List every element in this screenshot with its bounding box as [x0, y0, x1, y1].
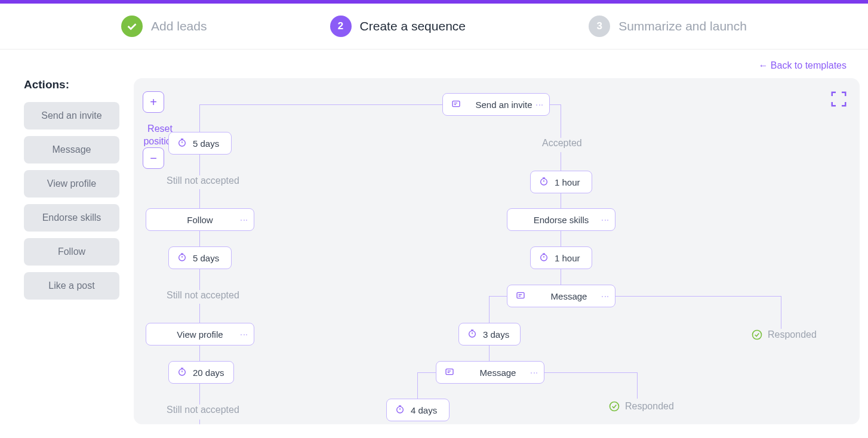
node-delay-20days[interactable]: 20 days	[168, 361, 234, 384]
timer-icon	[177, 367, 187, 378]
node-label: 20 days	[193, 368, 224, 378]
kebab-icon[interactable]: ⋮	[239, 216, 249, 223]
kebab-icon[interactable]: ⋮	[239, 331, 249, 338]
check-icon	[121, 16, 143, 37]
status-not-accepted-2: Still not accepted	[167, 290, 239, 301]
status-not-accepted-3: Still not accepted	[167, 405, 239, 415]
message-icon	[516, 291, 525, 302]
timer-icon	[539, 252, 549, 264]
svg-rect-15	[517, 292, 524, 298]
node-delay-5days-b[interactable]: 5 days	[168, 246, 232, 269]
status-not-accepted-1: Still not accepted	[167, 175, 239, 186]
stepper: Add leads 2 Create a sequence 3 Summariz…	[0, 4, 868, 50]
status-responded-1: Responded	[751, 329, 817, 341]
node-follow[interactable]: Follow ⋮	[146, 208, 254, 231]
status-label: Responded	[625, 401, 674, 412]
kebab-icon[interactable]: ⋮	[601, 292, 610, 300]
message-icon	[445, 367, 454, 378]
status-label: Responded	[768, 329, 817, 340]
node-delay-5days-a[interactable]: 5 days	[168, 132, 232, 155]
check-circle-icon	[751, 329, 763, 341]
node-label: Message	[460, 368, 535, 378]
action-view-profile[interactable]: View profile	[24, 170, 119, 198]
svg-rect-25	[446, 369, 453, 374]
node-message-1[interactable]: Message ⋮	[507, 285, 615, 307]
node-endorse[interactable]: Endorse skills ⋮	[507, 208, 615, 231]
zoom-out-button[interactable]: −	[143, 147, 164, 169]
node-delay-4days[interactable]: 4 days	[386, 399, 450, 421]
actions-sidebar: Actions: Send an invite Message View pro…	[24, 78, 119, 424]
kebab-icon[interactable]: ⋮	[530, 369, 539, 376]
check-circle-icon	[608, 400, 620, 412]
kebab-icon[interactable]: ⋮	[601, 216, 610, 223]
node-message-2[interactable]: Message ⋮	[436, 361, 544, 384]
node-label: View profile	[155, 329, 245, 340]
step-3-num: 3	[589, 16, 610, 37]
step-2-label: Create a sequence	[360, 19, 466, 33]
status-responded-2: Responded	[608, 400, 674, 412]
action-follow[interactable]: Follow	[24, 238, 119, 266]
action-endorse-skills[interactable]: Endorse skills	[24, 204, 119, 232]
zoom-in-button[interactable]: +	[143, 91, 164, 113]
node-label: 4 days	[411, 405, 437, 415]
node-label: 5 days	[193, 138, 219, 149]
message-icon	[451, 99, 461, 110]
action-send-invite[interactable]: Send an invite	[24, 102, 119, 129]
step-2-num: 2	[330, 16, 352, 37]
node-delay-3days[interactable]: 3 days	[458, 323, 521, 346]
node-delay-1hour-b[interactable]: 1 hour	[530, 246, 592, 269]
node-label: 5 days	[193, 253, 219, 263]
node-label: 3 days	[483, 329, 509, 340]
node-delay-1hour-a[interactable]: 1 hour	[530, 171, 592, 193]
timer-icon	[177, 138, 187, 149]
svg-rect-0	[453, 101, 460, 106]
actions-title: Actions:	[24, 78, 119, 91]
sequence-canvas[interactable]: + − Reset position Send an invite ⋮ 5 da…	[134, 78, 860, 424]
svg-point-6	[541, 178, 547, 185]
timer-icon	[539, 177, 549, 188]
svg-point-31	[610, 402, 619, 411]
node-label: 1 hour	[555, 177, 580, 187]
action-like-post[interactable]: Like a post	[24, 272, 119, 300]
svg-point-12	[541, 254, 547, 261]
step-2[interactable]: 2 Create a sequence	[330, 16, 466, 37]
node-view-profile[interactable]: View profile ⋮	[146, 323, 254, 346]
step-3[interactable]: 3 Summarize and launch	[589, 16, 747, 37]
kebab-icon[interactable]: ⋮	[535, 101, 544, 108]
step-1-label: Add leads	[151, 19, 207, 33]
svg-point-21	[753, 331, 762, 340]
status-accepted: Accepted	[542, 138, 582, 149]
node-label: 1 hour	[555, 253, 580, 263]
node-label: Send an invite	[467, 100, 541, 110]
action-message[interactable]: Message	[24, 136, 119, 164]
timer-icon	[395, 405, 405, 416]
node-label: Follow	[155, 215, 245, 225]
svg-point-9	[179, 254, 186, 261]
back-to-templates-link[interactable]: ← Back to templates	[758, 60, 847, 71]
timer-icon	[467, 329, 477, 340]
node-send-invite[interactable]: Send an invite ⋮	[442, 93, 550, 116]
timer-icon	[177, 252, 187, 264]
node-label: Endorse skills	[516, 215, 607, 225]
step-1[interactable]: Add leads	[121, 16, 207, 37]
node-label: Message	[531, 291, 607, 301]
step-3-label: Summarize and launch	[618, 19, 747, 33]
